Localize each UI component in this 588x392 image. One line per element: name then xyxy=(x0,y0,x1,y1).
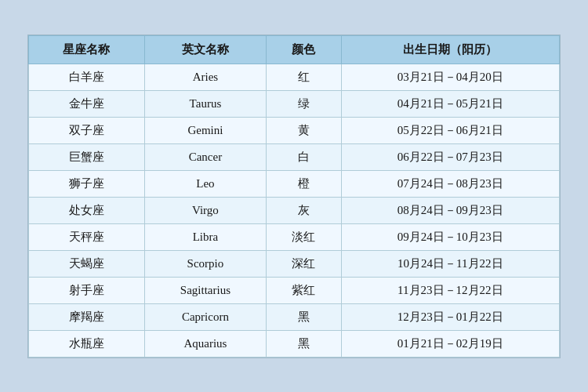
table-cell-4-2: 橙 xyxy=(266,170,341,197)
table-cell-8-0: 射手座 xyxy=(29,277,145,303)
table-cell-2-2: 黄 xyxy=(266,117,341,143)
table-cell-1-2: 绿 xyxy=(266,90,341,117)
table-cell-10-3: 01月21日－02月19日 xyxy=(341,330,559,357)
table-row: 天蝎座Scorpio深红10月24日－11月22日 xyxy=(29,250,560,277)
table-cell-6-3: 09月24日－10月23日 xyxy=(341,223,559,250)
table-body: 白羊座Aries红03月21日－04月20日金牛座Taurus绿04月21日－0… xyxy=(29,64,560,357)
table-row: 白羊座Aries红03月21日－04月20日 xyxy=(29,64,560,90)
table-cell-6-0: 天秤座 xyxy=(29,223,145,250)
table-cell-3-1: Cancer xyxy=(144,143,266,170)
table-cell-10-0: 水瓶座 xyxy=(29,330,145,357)
column-header-3: 出生日期（阳历） xyxy=(341,35,559,64)
table-cell-8-3: 11月23日－12月22日 xyxy=(341,277,559,303)
table-cell-5-1: Virgo xyxy=(144,197,266,223)
table-cell-6-2: 淡红 xyxy=(266,223,341,250)
table-cell-0-1: Aries xyxy=(144,64,266,90)
column-header-2: 颜色 xyxy=(266,35,341,64)
table-row: 狮子座Leo橙07月24日－08月23日 xyxy=(29,170,560,197)
table-cell-3-3: 06月22日－07月23日 xyxy=(341,143,559,170)
table-cell-8-2: 紫红 xyxy=(266,277,341,303)
table-cell-4-1: Leo xyxy=(144,170,266,197)
table-cell-0-2: 红 xyxy=(266,64,341,90)
table-cell-2-3: 05月22日－06月21日 xyxy=(341,117,559,143)
table-cell-3-0: 巨蟹座 xyxy=(29,143,145,170)
table-row: 双子座Gemini黄05月22日－06月21日 xyxy=(29,117,560,143)
table-cell-5-2: 灰 xyxy=(266,197,341,223)
table-cell-7-0: 天蝎座 xyxy=(29,250,145,277)
zodiac-table-container: 星座名称英文名称颜色出生日期（阳历） 白羊座Aries红03月21日－04月20… xyxy=(27,34,561,358)
table-row: 天秤座Libra淡红09月24日－10月23日 xyxy=(29,223,560,250)
table-cell-7-3: 10月24日－11月22日 xyxy=(341,250,559,277)
table-row: 射手座Sagittarius紫红11月23日－12月22日 xyxy=(29,277,560,303)
table-cell-9-1: Capricorn xyxy=(144,303,266,330)
table-cell-6-1: Libra xyxy=(144,223,266,250)
table-cell-2-1: Gemini xyxy=(144,117,266,143)
table-cell-7-2: 深红 xyxy=(266,250,341,277)
table-row: 金牛座Taurus绿04月21日－05月21日 xyxy=(29,90,560,117)
table-row: 处女座Virgo灰08月24日－09月23日 xyxy=(29,197,560,223)
table-cell-0-0: 白羊座 xyxy=(29,64,145,90)
table-cell-9-0: 摩羯座 xyxy=(29,303,145,330)
table-cell-0-3: 03月21日－04月20日 xyxy=(341,64,559,90)
table-cell-5-3: 08月24日－09月23日 xyxy=(341,197,559,223)
column-header-1: 英文名称 xyxy=(144,35,266,64)
table-row: 摩羯座Capricorn黑12月23日－01月22日 xyxy=(29,303,560,330)
table-row: 水瓶座Aquarius黑01月21日－02月19日 xyxy=(29,330,560,357)
table-cell-10-2: 黑 xyxy=(266,330,341,357)
column-header-0: 星座名称 xyxy=(29,35,145,64)
table-cell-1-1: Taurus xyxy=(144,90,266,117)
table-cell-1-3: 04月21日－05月21日 xyxy=(341,90,559,117)
table-cell-3-2: 白 xyxy=(266,143,341,170)
table-header-row: 星座名称英文名称颜色出生日期（阳历） xyxy=(29,35,560,64)
table-cell-5-0: 处女座 xyxy=(29,197,145,223)
table-cell-9-3: 12月23日－01月22日 xyxy=(341,303,559,330)
table-cell-4-0: 狮子座 xyxy=(29,170,145,197)
table-cell-8-1: Sagittarius xyxy=(144,277,266,303)
table-cell-7-1: Scorpio xyxy=(144,250,266,277)
table-cell-1-0: 金牛座 xyxy=(29,90,145,117)
zodiac-table: 星座名称英文名称颜色出生日期（阳历） 白羊座Aries红03月21日－04月20… xyxy=(28,35,560,358)
table-cell-4-3: 07月24日－08月23日 xyxy=(341,170,559,197)
table-cell-9-2: 黑 xyxy=(266,303,341,330)
table-cell-10-1: Aquarius xyxy=(144,330,266,357)
table-cell-2-0: 双子座 xyxy=(29,117,145,143)
table-row: 巨蟹座Cancer白06月22日－07月23日 xyxy=(29,143,560,170)
